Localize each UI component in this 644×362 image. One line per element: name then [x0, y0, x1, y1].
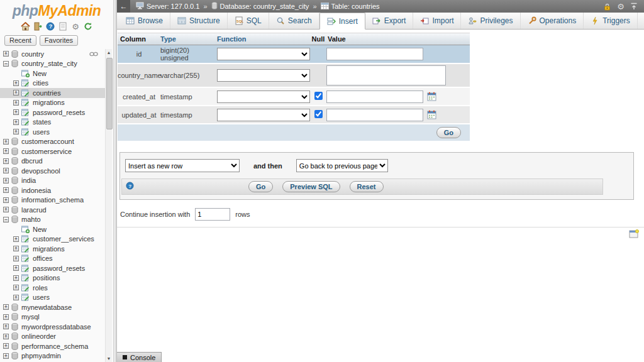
- value-textarea[interactable]: [326, 65, 446, 85]
- tree-item-performance-schema[interactable]: +performance_schema: [0, 341, 105, 351]
- refresh-icon[interactable]: [84, 22, 93, 31]
- tree-item-migrations[interactable]: +migrations: [0, 244, 105, 254]
- tab-search[interactable]: Search: [269, 13, 319, 29]
- calendar-icon[interactable]: [427, 92, 436, 101]
- tree-item-customerservice[interactable]: +customerservice: [0, 146, 105, 156]
- phpmyadmin-logo[interactable]: phpMyAdmin: [0, 0, 113, 19]
- expand-icon[interactable]: +: [3, 334, 9, 339]
- collapse-icon[interactable]: −: [3, 217, 9, 222]
- expand-icon[interactable]: +: [3, 343, 9, 349]
- back-button[interactable]: ←: [117, 0, 130, 13]
- tab-structure[interactable]: Structure: [170, 13, 228, 29]
- favorites-button[interactable]: Favorites: [40, 35, 78, 46]
- recent-button[interactable]: Recent: [4, 35, 36, 46]
- scrollbar-thumb[interactable]: [106, 58, 113, 129]
- tab-sql[interactable]: SQLSQL: [228, 13, 269, 29]
- tree-item-new[interactable]: New: [0, 224, 105, 234]
- new-window-icon[interactable]: [629, 229, 639, 241]
- tree-item-users[interactable]: +users: [0, 127, 105, 137]
- calendar-icon[interactable]: [427, 110, 436, 119]
- expand-icon[interactable]: +: [3, 187, 9, 193]
- help-icon[interactable]: ?: [46, 22, 55, 31]
- function-select[interactable]: [217, 48, 310, 60]
- sidebar-scrollbar[interactable]: ▲ ▼: [105, 49, 112, 362]
- tab-export[interactable]: Export: [365, 13, 414, 29]
- tree-item-indonesia[interactable]: +indonesia: [0, 185, 105, 195]
- after-insert-select[interactable]: Go back to previous page: [296, 159, 388, 172]
- expand-icon[interactable]: +: [3, 178, 9, 184]
- expand-icon[interactable]: +: [13, 236, 19, 242]
- docs-icon[interactable]: [58, 22, 68, 31]
- expand-icon[interactable]: +: [13, 90, 19, 96]
- expand-icon[interactable]: +: [13, 246, 19, 251]
- tree-item-cities[interactable]: +cities: [0, 79, 105, 89]
- tree-item-roles[interactable]: +roles: [0, 283, 105, 293]
- tree-item-migrations[interactable]: +migrations: [0, 98, 105, 108]
- tree-item-states[interactable]: +states: [0, 118, 105, 128]
- expand-icon[interactable]: +: [3, 207, 9, 212]
- tree-item-information-schema[interactable]: +information_schema: [0, 195, 105, 206]
- tree-item-devopschool[interactable]: +devopschool: [0, 166, 105, 176]
- rows-count-input[interactable]: [195, 208, 230, 221]
- value-input[interactable]: [326, 109, 423, 121]
- null-checkbox[interactable]: [314, 92, 323, 100]
- expand-icon[interactable]: +: [13, 129, 19, 134]
- expand-icon[interactable]: +: [13, 80, 19, 86]
- scroll-up-arrow[interactable]: ▲: [106, 50, 112, 55]
- tree-item-india[interactable]: +india: [0, 176, 105, 186]
- tree-item-users[interactable]: +users: [0, 293, 105, 303]
- expand-icon[interactable]: +: [3, 353, 9, 359]
- tab-import[interactable]: Import: [413, 13, 461, 29]
- expand-icon[interactable]: +: [3, 168, 9, 173]
- scroll-down-arrow[interactable]: ▼: [106, 356, 112, 361]
- tab-operations[interactable]: Operations: [521, 13, 584, 29]
- console-bar[interactable]: Console: [117, 352, 162, 362]
- expand-icon[interactable]: +: [13, 265, 19, 271]
- expand-icon[interactable]: +: [13, 295, 19, 300]
- help-icon[interactable]: ?: [126, 181, 134, 192]
- tree-item-mahto[interactable]: −mahto: [0, 215, 105, 225]
- expand-icon[interactable]: +: [13, 109, 19, 115]
- tree-item-password-resets[interactable]: +password_resets: [0, 107, 105, 118]
- settings-icon[interactable]: ⚙: [71, 22, 80, 31]
- breadcrumb-table[interactable]: Table: countries: [321, 3, 380, 11]
- tab-privileges[interactable]: Privileges: [461, 13, 520, 29]
- tree-item-positions[interactable]: +positions: [0, 273, 105, 283]
- expand-icon[interactable]: +: [3, 148, 9, 154]
- null-checkbox[interactable]: [314, 110, 323, 118]
- breadcrumb-server[interactable]: Server: 127.0.0.1: [136, 2, 199, 11]
- expand-icon[interactable]: +: [13, 100, 19, 106]
- lock-icon[interactable]: [603, 3, 611, 11]
- tree-item-password-resets[interactable]: +password_resets: [0, 263, 105, 273]
- collapse-window-icon[interactable]: [630, 3, 638, 10]
- value-input[interactable]: [326, 48, 423, 60]
- tree-item-laracrud[interactable]: +laracrud: [0, 205, 105, 215]
- tree-item-country-state-city[interactable]: −country_state_city: [0, 59, 105, 69]
- expand-icon[interactable]: +: [3, 139, 9, 145]
- expand-icon[interactable]: +: [3, 51, 9, 57]
- tree-item-mywordpressdatabase[interactable]: +mywordpressdatabase: [0, 322, 105, 332]
- tree-item-customer-services[interactable]: +customer__services: [0, 234, 105, 244]
- gear-icon[interactable]: ⚙: [617, 3, 625, 11]
- insert-action-select[interactable]: Insert as new row: [125, 159, 240, 172]
- tree-item-phpmyadmin[interactable]: +phpmyadmin: [0, 351, 105, 361]
- expand-icon[interactable]: +: [3, 197, 9, 203]
- tab-insert[interactable]: Insert: [319, 13, 365, 30]
- expand-icon[interactable]: +: [3, 158, 9, 164]
- preview-sql-button[interactable]: Preview SQL: [282, 181, 340, 192]
- tree-item-dbcrud[interactable]: +dbcrud: [0, 156, 105, 167]
- value-input[interactable]: [326, 90, 423, 103]
- tree-item-offices[interactable]: +offices: [0, 254, 105, 264]
- go-button[interactable]: Go: [248, 181, 273, 192]
- tree-item-countries[interactable]: +countries: [0, 88, 105, 98]
- expand-icon[interactable]: +: [13, 285, 19, 290]
- tree-item-onlineorder[interactable]: +onlineorder: [0, 332, 105, 342]
- expand-icon[interactable]: +: [13, 256, 19, 261]
- expand-icon[interactable]: +: [3, 314, 9, 320]
- go-button[interactable]: Go: [436, 127, 461, 138]
- expand-icon[interactable]: +: [3, 324, 9, 329]
- function-select[interactable]: [217, 109, 310, 121]
- tree-item-mysql[interactable]: +mysql: [0, 312, 105, 322]
- home-icon[interactable]: [21, 22, 30, 31]
- collapse-icon[interactable]: −: [3, 61, 9, 67]
